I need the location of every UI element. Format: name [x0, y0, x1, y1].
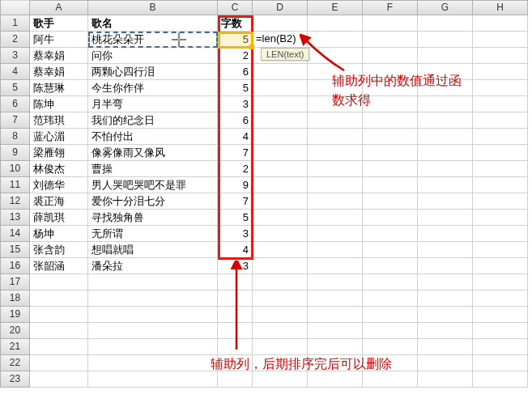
cell[interactable] — [308, 145, 363, 161]
cell[interactable]: 歌手 — [30, 15, 88, 32]
cell[interactable] — [88, 290, 218, 307]
cell[interactable] — [88, 339, 218, 355]
cell[interactable] — [473, 242, 528, 258]
cell[interactable] — [253, 129, 308, 145]
cell[interactable] — [473, 112, 528, 129]
cell[interactable] — [308, 161, 363, 177]
cell[interactable] — [418, 161, 473, 177]
row-header[interactable]: 7 — [0, 112, 30, 129]
cell[interactable]: 3 — [218, 226, 253, 242]
cell[interactable]: 3 — [218, 96, 253, 112]
cell[interactable]: 无所谓 — [88, 226, 218, 242]
row-header[interactable]: 13 — [0, 210, 30, 226]
cell[interactable] — [253, 323, 308, 339]
cell[interactable]: 陈坤 — [30, 96, 88, 112]
cell[interactable] — [418, 226, 473, 242]
cell[interactable] — [308, 32, 363, 48]
col-header-B[interactable]: B — [88, 0, 218, 15]
cell[interactable]: 问你 — [88, 48, 218, 64]
cell[interactable]: 6 — [218, 112, 253, 129]
cell[interactable]: 今生你作伴 — [88, 80, 218, 96]
cell[interactable]: 阿牛 — [30, 32, 88, 48]
cell[interactable]: 张含韵 — [30, 242, 88, 258]
cell[interactable] — [253, 177, 308, 193]
cell[interactable] — [308, 15, 363, 32]
cell[interactable] — [253, 112, 308, 129]
col-header-C[interactable]: C — [218, 0, 253, 15]
cell[interactable] — [253, 210, 308, 226]
row-header[interactable]: 21 — [0, 339, 30, 355]
cell[interactable] — [418, 274, 473, 290]
cell[interactable] — [308, 193, 363, 210]
cell[interactable]: 薛凯琪 — [30, 210, 88, 226]
cell[interactable] — [30, 339, 88, 355]
cell[interactable] — [363, 290, 418, 307]
cell[interactable] — [473, 48, 528, 64]
cell[interactable] — [253, 258, 308, 274]
cell[interactable] — [473, 177, 528, 193]
cell[interactable] — [473, 290, 528, 307]
cell[interactable]: 我们的纪念日 — [88, 112, 218, 129]
cell[interactable] — [418, 193, 473, 210]
cell[interactable] — [473, 145, 528, 161]
cell[interactable]: 6 — [218, 64, 253, 80]
col-header-E[interactable]: E — [308, 0, 363, 15]
cell[interactable] — [253, 226, 308, 242]
row-header[interactable]: 10 — [0, 161, 30, 177]
cell[interactable] — [418, 258, 473, 274]
cell[interactable]: 7 — [218, 145, 253, 161]
cell[interactable]: 像雾像雨又像风 — [88, 145, 218, 161]
cell[interactable] — [30, 323, 88, 339]
cell[interactable] — [363, 32, 418, 48]
cell[interactable] — [418, 339, 473, 355]
cell[interactable] — [363, 193, 418, 210]
cell[interactable]: 蔡幸娟 — [30, 64, 88, 80]
cell[interactable]: 寻找独角兽 — [88, 210, 218, 226]
cell[interactable] — [363, 339, 418, 355]
cell[interactable]: 刘德华 — [30, 177, 88, 193]
cell[interactable] — [88, 355, 218, 371]
cell[interactable] — [363, 15, 418, 32]
cell[interactable]: 3 — [218, 258, 253, 274]
cell[interactable] — [308, 307, 363, 323]
cell[interactable] — [308, 339, 363, 355]
cell[interactable]: 想唱就唱 — [88, 242, 218, 258]
cell[interactable] — [253, 371, 308, 388]
cell[interactable] — [363, 48, 418, 64]
cell[interactable] — [363, 161, 418, 177]
row-header[interactable]: 18 — [0, 290, 30, 307]
cell[interactable] — [308, 210, 363, 226]
cell[interactable] — [253, 339, 308, 355]
row-header[interactable]: 22 — [0, 355, 30, 371]
cell[interactable] — [363, 145, 418, 161]
row-header[interactable]: 9 — [0, 145, 30, 161]
cell[interactable] — [363, 177, 418, 193]
cell[interactable] — [30, 371, 88, 388]
cell[interactable] — [473, 339, 528, 355]
cell[interactable] — [308, 274, 363, 290]
cell[interactable]: 梁雁翎 — [30, 145, 88, 161]
cell[interactable] — [418, 48, 473, 64]
row-header[interactable]: 4 — [0, 64, 30, 80]
cell[interactable] — [253, 80, 308, 96]
row-header[interactable]: 8 — [0, 129, 30, 145]
cell[interactable] — [418, 355, 473, 371]
cell[interactable]: 歌名 — [88, 15, 218, 32]
cell[interactable]: 陈慧琳 — [30, 80, 88, 96]
cell[interactable] — [363, 226, 418, 242]
cell[interactable] — [418, 145, 473, 161]
row-header[interactable]: 12 — [0, 193, 30, 210]
col-header-F[interactable]: F — [363, 0, 418, 15]
cell[interactable]: 2 — [218, 48, 253, 64]
cell[interactable] — [418, 177, 473, 193]
cell[interactable]: 范玮琪 — [30, 112, 88, 129]
cell[interactable]: 两颗心四行泪 — [88, 64, 218, 80]
cell[interactable] — [473, 64, 528, 80]
cell[interactable] — [363, 274, 418, 290]
cell[interactable] — [473, 15, 528, 32]
cell[interactable]: 男人哭吧哭吧不是罪 — [88, 177, 218, 193]
cell[interactable] — [473, 32, 528, 48]
cell[interactable] — [363, 371, 418, 388]
cell[interactable] — [308, 258, 363, 274]
row-header[interactable]: 15 — [0, 242, 30, 258]
